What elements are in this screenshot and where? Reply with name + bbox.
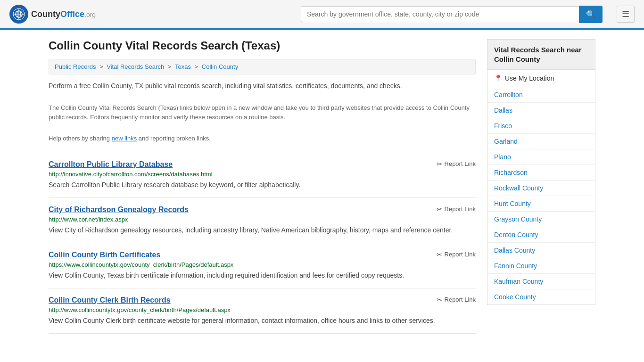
report-link-2[interactable]: ✂ Report Link bbox=[437, 251, 476, 258]
main-content: Collin County Vital Records Search (Texa… bbox=[49, 39, 476, 334]
sidebar-link-richardson[interactable]: Richardson bbox=[494, 169, 528, 176]
report-icon-2: ✂ bbox=[437, 251, 442, 258]
report-label-0: Report Link bbox=[445, 160, 476, 167]
sidebar-link-plano[interactable]: Plano bbox=[494, 153, 511, 161]
sidebar-item-richardson[interactable]: Richardson bbox=[487, 165, 595, 181]
sidebar-item-grayson[interactable]: Grayson County bbox=[487, 212, 595, 227]
search-bar: 🔍 bbox=[301, 6, 603, 23]
result-header-0: Carrollton Public Library Database ✂ Rep… bbox=[49, 160, 476, 169]
report-label-3: Report Link bbox=[445, 296, 476, 303]
page-title: Collin County Vital Records Search (Texa… bbox=[49, 39, 476, 52]
report-link-0[interactable]: ✂ Report Link bbox=[437, 160, 476, 168]
description-post: and reporting broken links. bbox=[137, 135, 211, 142]
result-url-2[interactable]: https://www.collincountytx.gov/county_cl… bbox=[49, 261, 476, 268]
sidebar-link-cooke[interactable]: Cooke County bbox=[494, 293, 536, 301]
sidebar-item-plano[interactable]: Plano bbox=[487, 149, 595, 165]
sidebar-item-garland[interactable]: Garland bbox=[487, 134, 595, 149]
breadcrumb-sep-2: > bbox=[168, 63, 173, 70]
sidebar-link-carrollton[interactable]: Carrollton bbox=[494, 91, 523, 99]
sidebar: Vital Records Search near Collin County … bbox=[487, 39, 595, 334]
sidebar-body: 📍 Use My Location Carrollton Dallas Fris… bbox=[487, 70, 595, 305]
report-label-2: Report Link bbox=[445, 251, 476, 258]
report-icon-1: ✂ bbox=[437, 206, 442, 213]
sidebar-link-kaufman[interactable]: Kaufman County bbox=[494, 278, 543, 285]
result-desc-0: Search Carrollton Public Library researc… bbox=[49, 180, 476, 190]
search-button[interactable]: 🔍 bbox=[579, 6, 603, 23]
content-wrapper: Collin County Vital Records Search (Texa… bbox=[39, 30, 605, 343]
report-link-3[interactable]: ✂ Report Link bbox=[437, 296, 476, 304]
result-url-3[interactable]: http://www.collincountytx.gov/county_cle… bbox=[49, 306, 476, 313]
result-title-0[interactable]: Carrollton Public Library Database bbox=[49, 160, 173, 169]
menu-button[interactable]: ☰ bbox=[617, 6, 635, 23]
sidebar-link-rockwall[interactable]: Rockwall County bbox=[494, 184, 543, 192]
result-header-2: Collin County Birth Certificates ✂ Repor… bbox=[49, 251, 476, 259]
sidebar-link-frisco[interactable]: Frisco bbox=[494, 122, 512, 130]
description-text-3: Help others by sharing new links and rep… bbox=[49, 134, 476, 143]
sidebar-item-dallas-county[interactable]: Dallas County bbox=[487, 243, 595, 258]
result-desc-2: View Collin County, Texas birth certific… bbox=[49, 271, 476, 280]
use-my-location-link[interactable]: Use My Location bbox=[505, 74, 554, 82]
sidebar-link-garland[interactable]: Garland bbox=[494, 138, 518, 145]
sidebar-header: Vital Records Search near Collin County bbox=[487, 39, 595, 70]
breadcrumb-public-records[interactable]: Public Records bbox=[55, 63, 96, 70]
breadcrumb: Public Records > Vital Records Search > … bbox=[49, 59, 476, 74]
breadcrumb-texas[interactable]: Texas bbox=[175, 63, 191, 70]
result-card-3: Collin County Clerk Birth Records ✂ Repo… bbox=[49, 288, 476, 334]
result-header-3: Collin County Clerk Birth Records ✂ Repo… bbox=[49, 296, 476, 304]
result-card-0: Carrollton Public Library Database ✂ Rep… bbox=[49, 153, 476, 198]
report-icon-3: ✂ bbox=[437, 296, 442, 304]
sidebar-item-cooke[interactable]: Cooke County bbox=[487, 289, 595, 304]
sidebar-item-dallas[interactable]: Dallas bbox=[487, 103, 595, 118]
sidebar-item-fannin[interactable]: Fannin County bbox=[487, 258, 595, 274]
sidebar-use-location[interactable]: 📍 Use My Location bbox=[487, 70, 595, 87]
sidebar-item-carrollton[interactable]: Carrollton bbox=[487, 87, 595, 103]
result-card-1: City of Richardson Genealogy Records ✂ R… bbox=[49, 198, 476, 243]
search-icon: 🔍 bbox=[586, 10, 595, 18]
result-title-1[interactable]: City of Richardson Genealogy Records bbox=[49, 206, 189, 214]
result-card-2: Collin County Birth Certificates ✂ Repor… bbox=[49, 243, 476, 288]
logo-icon bbox=[9, 5, 28, 24]
report-link-1[interactable]: ✂ Report Link bbox=[437, 206, 476, 213]
breadcrumb-vital-records[interactable]: Vital Records Search bbox=[107, 63, 164, 70]
result-desc-3: View Collin County Clerk birth certifica… bbox=[49, 316, 476, 326]
sidebar-item-denton[interactable]: Denton County bbox=[487, 227, 595, 243]
location-pin-icon: 📍 bbox=[494, 74, 502, 82]
hamburger-icon: ☰ bbox=[622, 9, 629, 19]
logo-suffix: Office bbox=[60, 9, 84, 19]
breadcrumb-sep-1: > bbox=[99, 63, 105, 70]
description-text-2: The Collin County Vital Records Search (… bbox=[49, 103, 476, 122]
sidebar-link-denton[interactable]: Denton County bbox=[494, 231, 538, 239]
description-pre: Help others by sharing bbox=[49, 135, 112, 142]
sidebar-link-fannin[interactable]: Fannin County bbox=[494, 262, 537, 270]
result-title-2[interactable]: Collin County Birth Certificates bbox=[49, 251, 160, 259]
breadcrumb-collin-county[interactable]: Collin County bbox=[202, 63, 238, 70]
new-links-link[interactable]: new links bbox=[112, 135, 137, 142]
sidebar-link-dallas-county[interactable]: Dallas County bbox=[494, 247, 535, 254]
sidebar-item-kaufman[interactable]: Kaufman County bbox=[487, 274, 595, 289]
search-input[interactable] bbox=[301, 6, 579, 22]
sidebar-item-frisco[interactable]: Frisco bbox=[487, 118, 595, 134]
report-label-1: Report Link bbox=[445, 206, 476, 213]
breadcrumb-sep-3: > bbox=[195, 63, 200, 70]
sidebar-item-rockwall[interactable]: Rockwall County bbox=[487, 181, 595, 196]
logo[interactable]: CountyOffice.org bbox=[9, 5, 96, 24]
result-title-3[interactable]: Collin County Clerk Birth Records bbox=[49, 296, 171, 304]
result-desc-1: View City of Richardson genealogy resour… bbox=[49, 225, 476, 235]
sidebar-item-hunt[interactable]: Hunt County bbox=[487, 196, 595, 212]
results-list: Carrollton Public Library Database ✂ Rep… bbox=[49, 153, 476, 334]
result-url-1[interactable]: http://www.cor.net/index.aspx bbox=[49, 216, 476, 223]
result-header-1: City of Richardson Genealogy Records ✂ R… bbox=[49, 206, 476, 214]
sidebar-link-grayson[interactable]: Grayson County bbox=[494, 215, 542, 223]
logo-text: CountyOffice.org bbox=[31, 9, 96, 19]
result-url-0[interactable]: http://innovative.cityofcarrollton.com/s… bbox=[49, 171, 476, 178]
description-text: Perform a free Collin County, TX public … bbox=[49, 81, 476, 91]
sidebar-link-hunt[interactable]: Hunt County bbox=[494, 200, 531, 207]
sidebar-link-dallas[interactable]: Dallas bbox=[494, 107, 512, 114]
report-icon-0: ✂ bbox=[437, 160, 442, 168]
header: CountyOffice.org 🔍 ☰ bbox=[0, 0, 644, 30]
